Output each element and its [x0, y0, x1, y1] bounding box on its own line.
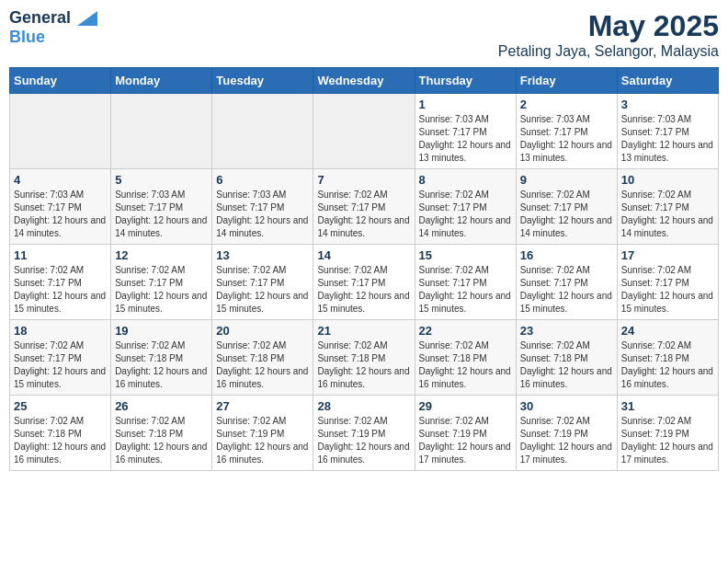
day-number: 19: [115, 324, 208, 338]
day-info: Sunrise: 7:02 AMSunset: 7:19 PMDaylight:…: [317, 415, 410, 466]
weekday-header: Saturday: [617, 68, 718, 94]
weekday-header: Thursday: [415, 68, 516, 94]
day-info: Sunrise: 7:02 AMSunset: 7:17 PMDaylight:…: [14, 339, 107, 391]
day-info: Sunrise: 7:02 AMSunset: 7:19 PMDaylight:…: [216, 415, 309, 466]
calendar-cell: 11Sunrise: 7:02 AMSunset: 7:17 PMDayligh…: [10, 245, 111, 320]
day-number: 20: [216, 324, 309, 338]
header: General Blue May 2025 Petaling Jaya, Sel…: [9, 9, 719, 60]
weekday-header: Monday: [111, 68, 212, 94]
day-number: 31: [621, 399, 714, 413]
day-info: Sunrise: 7:02 AMSunset: 7:17 PMDaylight:…: [115, 264, 208, 316]
calendar-cell: 5Sunrise: 7:03 AMSunset: 7:17 PMDaylight…: [111, 169, 212, 245]
day-info: Sunrise: 7:02 AMSunset: 7:18 PMDaylight:…: [216, 339, 309, 391]
day-number: 16: [520, 248, 613, 262]
calendar-week-row: 18Sunrise: 7:02 AMSunset: 7:17 PMDayligh…: [10, 320, 719, 396]
calendar-cell: 22Sunrise: 7:02 AMSunset: 7:18 PMDayligh…: [415, 320, 516, 396]
day-info: Sunrise: 7:02 AMSunset: 7:18 PMDaylight:…: [317, 339, 410, 391]
calendar-header-row: SundayMondayTuesdayWednesdayThursdayFrid…: [10, 68, 719, 94]
day-number: 15: [419, 248, 512, 262]
day-info: Sunrise: 7:02 AMSunset: 7:17 PMDaylight:…: [419, 264, 512, 316]
day-number: 13: [216, 248, 309, 262]
page-subtitle: Petaling Jaya, Selangor, Malaysia: [498, 43, 719, 60]
calendar-cell: [111, 94, 212, 169]
day-number: 11: [14, 248, 107, 262]
calendar-cell: 8Sunrise: 7:02 AMSunset: 7:17 PMDaylight…: [415, 169, 516, 245]
calendar-cell: [212, 94, 313, 169]
calendar-cell: [313, 94, 415, 169]
weekday-header: Wednesday: [313, 68, 415, 94]
calendar-cell: 26Sunrise: 7:02 AMSunset: 7:18 PMDayligh…: [111, 396, 212, 471]
calendar-cell: 12Sunrise: 7:02 AMSunset: 7:17 PMDayligh…: [111, 245, 212, 320]
logo-blue: Blue: [9, 28, 45, 47]
calendar-cell: 30Sunrise: 7:02 AMSunset: 7:19 PMDayligh…: [516, 396, 617, 471]
day-number: 14: [317, 248, 410, 262]
day-info: Sunrise: 7:02 AMSunset: 7:18 PMDaylight:…: [115, 339, 208, 391]
calendar-cell: 16Sunrise: 7:02 AMSunset: 7:17 PMDayligh…: [516, 245, 617, 320]
day-info: Sunrise: 7:02 AMSunset: 7:18 PMDaylight:…: [14, 415, 107, 466]
calendar-cell: 14Sunrise: 7:02 AMSunset: 7:17 PMDayligh…: [313, 245, 415, 320]
day-number: 29: [419, 399, 512, 413]
day-number: 28: [317, 399, 410, 413]
calendar-cell: 28Sunrise: 7:02 AMSunset: 7:19 PMDayligh…: [313, 396, 415, 471]
logo: General Blue: [9, 9, 97, 47]
calendar-cell: 21Sunrise: 7:02 AMSunset: 7:18 PMDayligh…: [313, 320, 415, 396]
calendar-cell: 7Sunrise: 7:02 AMSunset: 7:17 PMDaylight…: [313, 169, 415, 245]
day-number: 2: [520, 98, 613, 111]
calendar-cell: 3Sunrise: 7:03 AMSunset: 7:17 PMDaylight…: [617, 94, 718, 169]
day-info: Sunrise: 7:03 AMSunset: 7:17 PMDaylight:…: [14, 189, 107, 240]
day-number: 4: [14, 173, 107, 187]
day-number: 26: [115, 399, 208, 413]
day-number: 21: [317, 324, 410, 338]
day-info: Sunrise: 7:02 AMSunset: 7:18 PMDaylight:…: [419, 339, 512, 391]
day-info: Sunrise: 7:02 AMSunset: 7:17 PMDaylight:…: [317, 189, 410, 240]
title-section: May 2025 Petaling Jaya, Selangor, Malays…: [498, 9, 719, 60]
day-info: Sunrise: 7:02 AMSunset: 7:18 PMDaylight:…: [115, 415, 208, 466]
calendar-cell: [10, 94, 111, 169]
calendar-cell: 23Sunrise: 7:02 AMSunset: 7:18 PMDayligh…: [516, 320, 617, 396]
calendar-week-row: 11Sunrise: 7:02 AMSunset: 7:17 PMDayligh…: [10, 245, 719, 320]
day-info: Sunrise: 7:02 AMSunset: 7:17 PMDaylight:…: [317, 264, 410, 316]
day-info: Sunrise: 7:02 AMSunset: 7:19 PMDaylight:…: [520, 415, 613, 466]
day-info: Sunrise: 7:02 AMSunset: 7:19 PMDaylight:…: [419, 415, 512, 466]
day-number: 24: [621, 324, 714, 338]
day-info: Sunrise: 7:02 AMSunset: 7:17 PMDaylight:…: [419, 189, 512, 240]
day-info: Sunrise: 7:03 AMSunset: 7:17 PMDaylight:…: [216, 189, 309, 240]
calendar-week-row: 25Sunrise: 7:02 AMSunset: 7:18 PMDayligh…: [10, 396, 719, 471]
calendar-cell: 6Sunrise: 7:03 AMSunset: 7:17 PMDaylight…: [212, 169, 313, 245]
day-number: 1: [419, 98, 512, 111]
day-info: Sunrise: 7:03 AMSunset: 7:17 PMDaylight:…: [621, 113, 714, 165]
calendar-cell: 19Sunrise: 7:02 AMSunset: 7:18 PMDayligh…: [111, 320, 212, 396]
day-number: 30: [520, 399, 613, 413]
day-info: Sunrise: 7:02 AMSunset: 7:19 PMDaylight:…: [621, 415, 714, 466]
day-number: 7: [317, 173, 410, 187]
day-number: 27: [216, 399, 309, 413]
day-number: 22: [419, 324, 512, 338]
day-number: 10: [621, 173, 714, 187]
calendar-cell: 17Sunrise: 7:02 AMSunset: 7:17 PMDayligh…: [617, 245, 718, 320]
day-info: Sunrise: 7:02 AMSunset: 7:17 PMDaylight:…: [621, 264, 714, 316]
day-number: 5: [115, 173, 208, 187]
day-info: Sunrise: 7:02 AMSunset: 7:18 PMDaylight:…: [621, 339, 714, 391]
calendar-week-row: 1Sunrise: 7:03 AMSunset: 7:17 PMDaylight…: [10, 94, 719, 169]
weekday-header: Sunday: [10, 68, 111, 94]
day-info: Sunrise: 7:02 AMSunset: 7:17 PMDaylight:…: [621, 189, 714, 240]
day-number: 6: [216, 173, 309, 187]
day-number: 17: [621, 248, 714, 262]
calendar-cell: 10Sunrise: 7:02 AMSunset: 7:17 PMDayligh…: [617, 169, 718, 245]
day-info: Sunrise: 7:03 AMSunset: 7:17 PMDaylight:…: [419, 113, 512, 165]
day-info: Sunrise: 7:03 AMSunset: 7:17 PMDaylight:…: [115, 189, 208, 240]
day-info: Sunrise: 7:02 AMSunset: 7:17 PMDaylight:…: [520, 264, 613, 316]
calendar: SundayMondayTuesdayWednesdayThursdayFrid…: [9, 67, 719, 471]
calendar-cell: 15Sunrise: 7:02 AMSunset: 7:17 PMDayligh…: [415, 245, 516, 320]
calendar-cell: 20Sunrise: 7:02 AMSunset: 7:18 PMDayligh…: [212, 320, 313, 396]
calendar-cell: 4Sunrise: 7:03 AMSunset: 7:17 PMDaylight…: [10, 169, 111, 245]
day-number: 9: [520, 173, 613, 187]
calendar-cell: 31Sunrise: 7:02 AMSunset: 7:19 PMDayligh…: [617, 396, 718, 471]
day-number: 25: [14, 399, 107, 413]
day-number: 23: [520, 324, 613, 338]
logo-icon: [77, 11, 97, 26]
svg-marker-0: [77, 11, 97, 26]
logo-text: General: [9, 9, 97, 28]
calendar-cell: 9Sunrise: 7:02 AMSunset: 7:17 PMDaylight…: [516, 169, 617, 245]
calendar-cell: 29Sunrise: 7:02 AMSunset: 7:19 PMDayligh…: [415, 396, 516, 471]
